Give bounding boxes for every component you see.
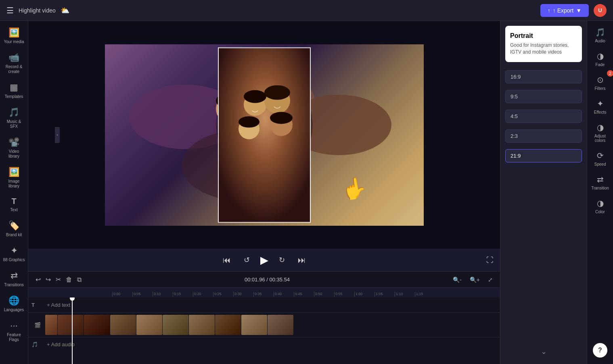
skip-forward-button[interactable]: ⏭ (295, 253, 308, 267)
svg-point-18 (244, 90, 266, 103)
aspect-4-5[interactable]: 4:5 (505, 110, 582, 123)
film-cell[interactable] (110, 315, 136, 335)
ruler-mark: 0:55 (334, 292, 354, 297)
skip-back-button[interactable]: ⏮ (220, 253, 233, 267)
add-text-button[interactable]: + Add text (44, 300, 73, 310)
ruler-mark: 0:50 (314, 292, 334, 297)
ruler-mark: 0:40 (274, 292, 294, 297)
aspect-9-5[interactable]: 9:5 (505, 90, 582, 103)
adjust-colors-tool-icon: ◑ (597, 123, 604, 132)
add-audio-button[interactable]: + Add audio (44, 340, 78, 349)
aspect-16-9[interactable]: 16:9 (505, 70, 582, 83)
film-strip (45, 315, 293, 335)
cloud-icon: ⛅ (61, 6, 69, 15)
main-layout: 🖼️ Your media 📹 Record &create ▦ Templat… (0, 21, 613, 364)
tool-audio[interactable]: 🎵 Audio (588, 24, 612, 46)
play-button[interactable]: ▶ (260, 254, 268, 266)
delete-button[interactable]: 🗑 (63, 275, 75, 285)
tool-fade[interactable]: ◑ Fade (588, 48, 612, 70)
forward-button[interactable]: ↻ (276, 253, 287, 267)
tool-color[interactable]: ◑ Color (588, 195, 612, 217)
film-cell[interactable] (58, 315, 84, 335)
ruler-mark: 0:25 (213, 292, 233, 297)
audio-track-icon: 🎵 (31, 341, 44, 347)
video-track-icon: 🎬 (31, 322, 44, 328)
film-cell[interactable] (215, 315, 241, 335)
fit-button[interactable]: ⤢ (485, 275, 495, 285)
ruler-mark: 1:10 (395, 292, 415, 297)
sidebar-item-languages[interactable]: 🌐 Languages (2, 292, 27, 316)
sidebar-item-record[interactable]: 📹 Record &create (2, 49, 27, 77)
ruler-mark: 0:20 (193, 292, 213, 297)
svg-rect-13 (219, 48, 311, 223)
transition-tool-icon: ⇄ (597, 175, 604, 184)
rewind-button[interactable]: ↺ (241, 253, 252, 267)
sidebar-item-templates[interactable]: ▦ Templates (2, 79, 27, 102)
sidebar-label-languages: Languages (4, 308, 24, 312)
sidebar-item-image-library[interactable]: 🖼️ Image library (2, 164, 27, 192)
tool-transition[interactable]: ⇄ Transition (588, 171, 612, 193)
audio-track: 🎵 + Add audio (28, 337, 500, 351)
export-button[interactable]: ↑ ↑ Export ▼ (540, 4, 589, 17)
film-cell[interactable] (189, 315, 215, 335)
aspect-panel-collapse[interactable]: ⌄ (505, 344, 582, 359)
sidebar-label-transitions: Transitions (4, 283, 24, 287)
playhead (72, 297, 73, 364)
effects-tool-icon: ✦ (597, 99, 604, 108)
fullscreen-button[interactable]: ⛶ (486, 256, 494, 264)
film-cell[interactable] (45, 315, 57, 335)
undo-button[interactable]: ↩ (33, 274, 43, 285)
zoom-in-button[interactable]: 🔍+ (467, 275, 482, 285)
duplicate-button[interactable]: ⧉ (75, 275, 84, 285)
filters-tool-icon: ⊙ (597, 75, 604, 85)
export-dropdown-icon: ▼ (576, 7, 582, 14)
film-cell[interactable] (241, 315, 267, 335)
adjust-colors-tool-label: Adjust colors (590, 134, 610, 143)
zoom-out-button[interactable]: 🔍- (450, 275, 464, 285)
film-cell[interactable] (136, 315, 162, 335)
sidebar-label-music: Music & SFX (3, 119, 25, 129)
film-cell[interactable] (268, 315, 293, 335)
tool-effects[interactable]: ✦ Effects (588, 96, 612, 118)
audio-tool-label: Audio (595, 39, 605, 43)
fade-tool-label: Fade (596, 62, 605, 67)
sidebar-item-your-media[interactable]: 🖼️ Your media (2, 24, 27, 48)
sidebar: 🖼️ Your media 📹 Record &create ▦ Templat… (0, 21, 28, 364)
redo-button[interactable]: ↪ (43, 274, 53, 285)
tool-adjust-colors[interactable]: ◑ Adjust colors (588, 119, 612, 146)
text-icon: T (11, 197, 16, 206)
sidebar-item-text[interactable]: T Text (2, 193, 27, 216)
project-title: Highlight video (19, 7, 56, 14)
aspect-2-3[interactable]: 2:3 (505, 129, 582, 143)
ruler-mark: 0:15 (173, 292, 193, 297)
aspect-21-9[interactable]: 21:9 (505, 149, 582, 162)
sidebar-item-transitions[interactable]: ⇄ Transitions (2, 267, 27, 291)
tool-filters[interactable]: ⊙ Filters 2 (588, 72, 612, 94)
your-media-icon: 🖼️ (8, 27, 19, 38)
cut-button[interactable]: ✂ (53, 274, 63, 285)
film-cell[interactable] (163, 315, 188, 335)
sidebar-item-brand-kit[interactable]: 🏷️ Brand kit (2, 217, 27, 241)
filters-badge: 2 (607, 70, 613, 77)
ruler-mark: 1:05 (374, 292, 395, 297)
right-side: Portrait Good for Instagram stories, IGT… (500, 21, 613, 364)
help-button[interactable]: ? (593, 343, 607, 358)
sidebar-label-brand-kit: Brand kit (6, 233, 22, 237)
sidebar-item-feature-flags[interactable]: ··· Feature Flags (2, 317, 27, 345)
avatar[interactable]: U (594, 4, 607, 17)
sidebar-collapse-button[interactable]: › (55, 127, 60, 143)
portrait-card: Portrait Good for Instagram stories, IGT… (505, 26, 582, 62)
svg-point-20 (239, 116, 259, 127)
tool-speed[interactable]: ⟳ Speed (588, 148, 612, 170)
video-frame (105, 44, 424, 226)
film-cell[interactable] (84, 315, 110, 335)
tracks-container: T + Add text 🎬 🎵 + Add audio (28, 297, 500, 364)
sidebar-item-graphics[interactable]: ✦ 88 Graphics (2, 242, 27, 266)
sidebar-item-music[interactable]: 🎵 Music & SFX (2, 104, 27, 132)
sidebar-item-video-library[interactable]: 📽️ Video library (2, 134, 27, 162)
speed-tool-icon: ⟳ (597, 151, 604, 160)
sidebar-label-image-library: Image library (3, 179, 25, 189)
sidebar-label-your-media: Your media (4, 40, 24, 44)
time-display: 00:01.96 / 00:35.54 (245, 277, 290, 283)
hamburger-button[interactable]: ☰ (6, 6, 14, 15)
